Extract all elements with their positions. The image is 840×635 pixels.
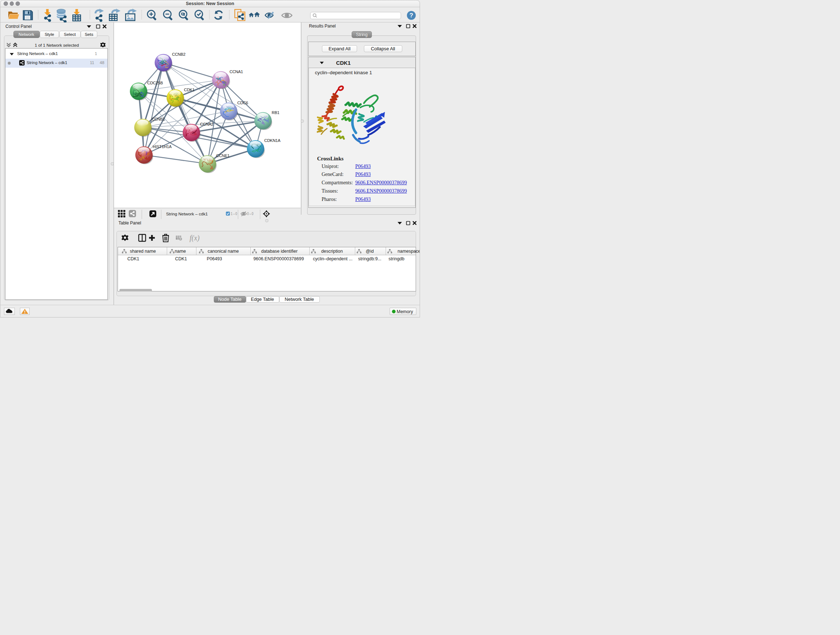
svg-text:1 – 0: 1 – 0 [231,211,237,216]
svg-text:CDK1: CDK1 [184,88,195,92]
svg-text:String Network – cdk1: String Network – cdk1 [166,211,208,217]
svg-text:?: ? [409,12,413,19]
svg-text:RB1: RB1 [272,111,279,115]
svg-text:CDC6: CDC6 [237,101,248,105]
svg-text:0 – 0: 0 – 0 [247,211,254,216]
svg-text:CCNB1: CCNB1 [152,117,165,121]
svg-text:f(x): f(x) [189,234,200,242]
svg-text:HIST1H1A: HIST1H1A [153,144,172,149]
svg-text:CCNA2: CCNA2 [200,122,213,126]
svg-text:CDKN1A: CDKN1A [264,138,281,143]
svg-text:CCNB2: CCNB2 [172,52,186,57]
svg-text:CCNE1: CCNE1 [216,154,230,158]
svg-text:CDC25B: CDC25B [147,81,163,85]
svg-text:CCNA1: CCNA1 [230,70,243,74]
